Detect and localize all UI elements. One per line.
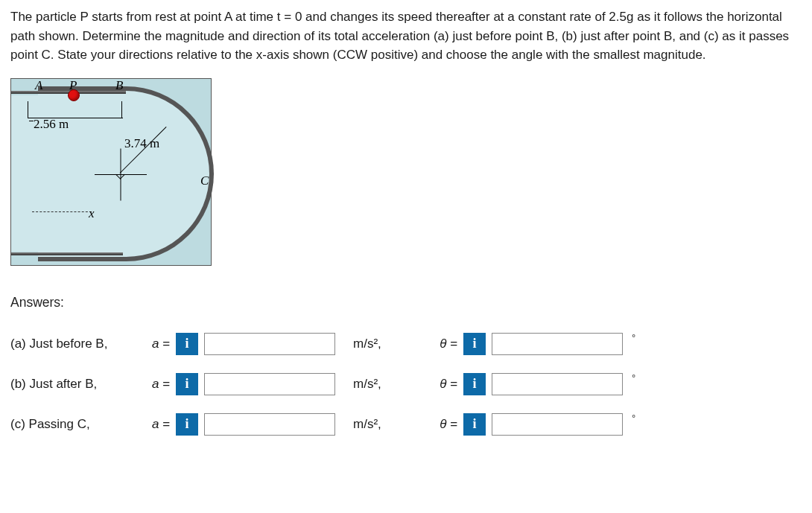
- a-symbol: a =: [143, 415, 170, 434]
- row-label: (a) Just before B,: [10, 334, 137, 354]
- info-icon[interactable]: i: [463, 333, 486, 355]
- degree-icon: °: [632, 331, 635, 345]
- answer-row-c: (c) Passing C, a = i m/s², θ = i °: [10, 413, 802, 436]
- row-label: (c) Passing C,: [10, 415, 137, 434]
- degree-icon: °: [632, 411, 635, 426]
- a-symbol: a =: [143, 375, 170, 394]
- theta-symbol: θ =: [431, 375, 457, 394]
- input-c-magnitude[interactable]: [204, 413, 335, 436]
- diagram-label-c: C: [200, 171, 209, 191]
- diagram-label-a: A: [35, 76, 42, 95]
- theta-symbol: θ =: [431, 415, 457, 434]
- input-a-magnitude[interactable]: [204, 333, 335, 355]
- problem-statement: The particle P starts from rest at point…: [10, 7, 800, 65]
- a-symbol: a =: [143, 334, 170, 354]
- degree-icon: °: [632, 371, 635, 386]
- path-diagram: A P B C 2.56 m 3.74 m x: [10, 78, 212, 266]
- row-label: (b) Just after B,: [10, 375, 137, 394]
- info-icon[interactable]: i: [176, 333, 198, 355]
- info-icon[interactable]: i: [176, 373, 198, 395]
- answers-heading: Answers:: [10, 293, 802, 312]
- particle-p-icon: [68, 89, 80, 101]
- dimension-ab: 2.56 m: [34, 115, 69, 134]
- unit-b: m/s²,: [341, 375, 425, 394]
- info-icon[interactable]: i: [463, 413, 486, 436]
- input-b-magnitude[interactable]: [204, 373, 335, 395]
- answer-row-b: (b) Just after B, a = i m/s², θ = i °: [10, 373, 802, 395]
- input-b-angle[interactable]: [492, 373, 623, 395]
- answer-row-a: (a) Just before B, a = i m/s², θ = i °: [10, 333, 802, 355]
- input-a-angle[interactable]: [492, 333, 623, 355]
- info-icon[interactable]: i: [176, 413, 198, 436]
- theta-symbol: θ =: [431, 334, 457, 354]
- radius-label: 3.74 m: [124, 134, 159, 153]
- info-icon[interactable]: i: [463, 373, 486, 395]
- unit-a: m/s²,: [341, 334, 425, 354]
- input-c-angle[interactable]: [492, 413, 623, 436]
- diagram-label-b: B: [115, 76, 123, 95]
- x-axis-label: x: [89, 204, 95, 223]
- unit-c: m/s²,: [341, 415, 425, 434]
